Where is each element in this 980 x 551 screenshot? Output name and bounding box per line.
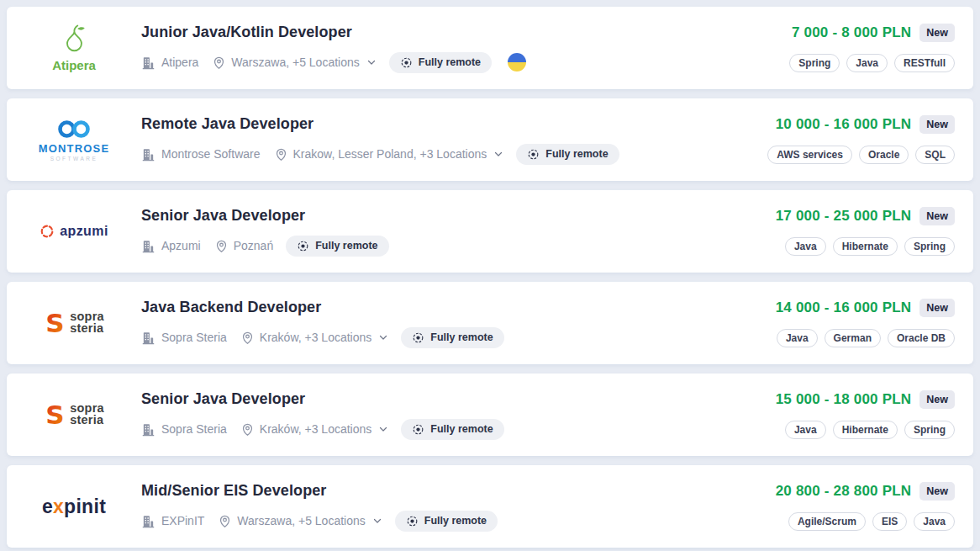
fully-remote-label: Fully remote xyxy=(419,56,481,68)
sopra-s-icon: S xyxy=(44,310,66,337)
job-card[interactable]: Ssoprasteria Java Backend Developer Sopr… xyxy=(7,282,973,364)
logo-text: MONTROSE xyxy=(39,142,110,155)
company-logo: Ssoprasteria xyxy=(7,401,141,429)
svg-text:S: S xyxy=(46,401,65,429)
logo-text: apzumi xyxy=(60,224,108,239)
pear-icon xyxy=(60,24,88,57)
logo-line2: steria xyxy=(70,415,104,426)
location-pin-icon xyxy=(214,239,229,253)
fully-remote-badge: Fully remote xyxy=(395,511,498,532)
skill-tag: Hibernate xyxy=(833,237,898,256)
job-location[interactable]: Warszawa, +5 Locations xyxy=(231,56,359,69)
skill-tag: Java xyxy=(785,421,826,439)
job-title: Mid/Senior EIS Developer xyxy=(141,482,776,500)
company-name: Apzumi xyxy=(161,239,201,252)
job-right: 7 000 - 8 000 PLN New SpringJavaRESTfull xyxy=(789,24,955,72)
salary-range: 17 000 - 25 000 PLN xyxy=(776,208,912,225)
fully-remote-badge: Fully remote xyxy=(516,144,619,165)
job-main: Senior Java Developer Apzumi Poznań xyxy=(141,207,776,257)
salary-range: 15 000 - 18 000 PLN xyxy=(776,391,912,408)
salary-range: 14 000 - 16 000 PLN xyxy=(776,299,912,316)
job-right: 15 000 - 18 000 PLN New JavaHibernateSpr… xyxy=(776,390,955,439)
logo-line2: steria xyxy=(70,323,104,335)
job-meta: Montrose Software Krakow, Lesser Poland,… xyxy=(141,144,767,165)
job-main: Junior Java/Kotlin Developer Atipera War… xyxy=(141,24,789,73)
company-logo: MONTROSESOFTWARE xyxy=(7,118,141,162)
target-icon xyxy=(412,423,424,436)
company-logo: expinit xyxy=(7,495,141,518)
salary-range: 20 800 - 28 800 PLN xyxy=(776,483,912,500)
salary-row: 17 000 - 25 000 PLN New xyxy=(776,207,955,225)
new-badge: New xyxy=(919,299,955,317)
logo-subtext: SOFTWARE xyxy=(50,156,98,162)
job-card[interactable]: Atipera Junior Java/Kotlin Developer Ati… xyxy=(7,7,973,89)
skill-tag: Oracle DB xyxy=(888,329,955,347)
building-icon xyxy=(141,147,155,162)
logo-text: soprasteria xyxy=(70,403,104,426)
target-icon xyxy=(412,331,424,344)
job-title: Senior Java Developer xyxy=(141,390,776,408)
fully-remote-badge: Fully remote xyxy=(401,419,503,440)
company-logo: Ssoprasteria xyxy=(7,310,141,337)
fully-remote-label: Fully remote xyxy=(545,148,608,160)
job-title: Junior Java/Kotlin Developer xyxy=(141,24,789,41)
building-icon xyxy=(141,331,155,345)
new-badge: New xyxy=(919,24,955,42)
sopra-logo: Ssoprasteria xyxy=(44,310,104,337)
expinit-logo: expinit xyxy=(42,495,106,518)
location-pin-icon xyxy=(240,331,255,345)
job-main: Remote Java Developer Montrose Software … xyxy=(141,115,767,165)
target-icon xyxy=(400,56,413,69)
logo-text: soprasteria xyxy=(70,311,104,335)
salary-range: 10 000 - 16 000 PLN xyxy=(776,116,912,133)
skill-tag: Java xyxy=(785,237,826,256)
skill-tag: Hibernate xyxy=(833,421,898,439)
fully-remote-badge: Fully remote xyxy=(389,52,492,73)
job-main: Mid/Senior EIS Developer EXPinIT Warszaw… xyxy=(141,482,776,532)
skill-tags: JavaGermanOracle DB xyxy=(777,329,955,347)
job-location[interactable]: Kraków, +3 Locations xyxy=(260,422,371,436)
job-list: Atipera Junior Java/Kotlin Developer Ati… xyxy=(7,7,973,548)
skill-tag: Spring xyxy=(904,237,955,256)
job-card[interactable]: expinit Mid/Senior EIS Developer EXPinIT… xyxy=(7,465,973,548)
skill-tag: EIS xyxy=(872,512,907,531)
company-name: Sopra Steria xyxy=(161,422,227,436)
job-meta: EXPinIT Warszawa, +5 Locations xyxy=(141,511,776,532)
company-logo: apzumi xyxy=(7,224,141,239)
chevron-down-icon[interactable] xyxy=(378,332,388,342)
sopra-logo: Ssoprasteria xyxy=(44,401,104,429)
building-icon xyxy=(141,514,155,528)
location-pin-icon xyxy=(218,514,232,528)
skill-tags: Agile/ScrumEISJava xyxy=(788,512,955,531)
svg-text:S: S xyxy=(46,310,65,337)
sopra-s-icon: S xyxy=(44,401,66,429)
job-location[interactable]: Krakow, Lesser Poland, +3 Locations xyxy=(293,147,487,161)
logo-accent: x xyxy=(53,495,64,517)
skill-tags: SpringJavaRESTfull xyxy=(789,54,955,72)
job-location[interactable]: Warszawa, +5 Locations xyxy=(237,514,365,527)
chevron-down-icon[interactable] xyxy=(366,57,377,67)
target-icon xyxy=(297,240,309,252)
salary-row: 15 000 - 18 000 PLN New xyxy=(776,390,955,409)
salary-row: 10 000 - 16 000 PLN New xyxy=(776,115,955,134)
job-main: Senior Java Developer Sopra Steria Krakó… xyxy=(141,390,776,440)
infinity-icon xyxy=(55,118,93,140)
job-location[interactable]: Kraków, +3 Locations xyxy=(260,331,371,344)
company-name: Atipera xyxy=(161,56,198,69)
job-right: 14 000 - 16 000 PLN New JavaGermanOracle… xyxy=(776,299,955,347)
job-location[interactable]: Poznań xyxy=(234,239,273,252)
job-meta: Sopra Steria Kraków, +3 Locations xyxy=(141,419,776,440)
skill-tag: Spring xyxy=(904,421,955,439)
job-card[interactable]: MONTROSESOFTWARE Remote Java Developer M… xyxy=(7,98,973,181)
target-icon xyxy=(406,515,419,527)
fully-remote-label: Fully remote xyxy=(315,240,377,252)
skill-tag: Java xyxy=(914,512,955,531)
chevron-down-icon[interactable] xyxy=(493,149,503,159)
job-card[interactable]: apzumi Senior Java Developer Apzumi Pozn… xyxy=(7,190,973,273)
salary-row: 20 800 - 28 800 PLN New xyxy=(776,482,955,501)
job-card[interactable]: Ssoprasteria Senior Java Developer Sopra… xyxy=(7,374,973,456)
chevron-down-icon[interactable] xyxy=(372,516,382,526)
skill-tag: AWS services xyxy=(767,146,852,164)
chevron-down-icon[interactable] xyxy=(378,424,388,434)
company-name: Sopra Steria xyxy=(161,331,227,344)
